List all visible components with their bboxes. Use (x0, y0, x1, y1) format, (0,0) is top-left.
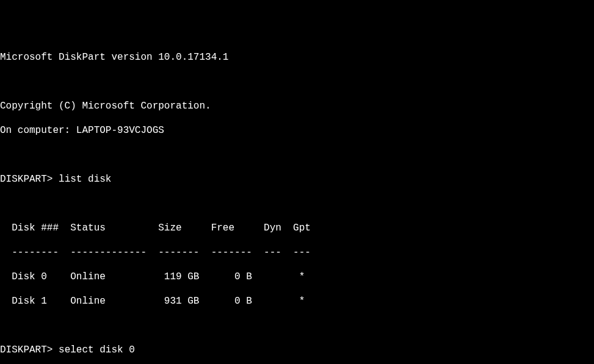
disk-table-header: Disk ### Status Size Free Dyn Gpt (0, 222, 594, 234)
disk-table-row: Disk 0 Online 119 GB 0 B * (0, 271, 594, 283)
command-line[interactable]: DISKPART> select disk 0 (0, 344, 594, 356)
command-input: list disk (59, 174, 111, 185)
computer-line: On computer: LAPTOP-93VCJOGS (0, 124, 594, 137)
blank-line (0, 319, 594, 332)
command-line[interactable]: DISKPART> list disk (0, 173, 594, 185)
copyright-line: Copyright (C) Microsoft Corporation. (0, 100, 594, 112)
blank-line (0, 149, 594, 161)
command-input: select disk 0 (59, 344, 135, 355)
blank-line (0, 76, 594, 88)
disk-table-separator: -------- ------------- ------- ------- -… (0, 246, 594, 259)
blank-line (0, 198, 594, 210)
prompt: DISKPART> (0, 344, 53, 355)
disk-table-row: Disk 1 Online 931 GB 0 B * (0, 295, 594, 307)
prompt: DISKPART> (0, 174, 53, 185)
version-line: Microsoft DiskPart version 10.0.17134.1 (0, 51, 594, 63)
